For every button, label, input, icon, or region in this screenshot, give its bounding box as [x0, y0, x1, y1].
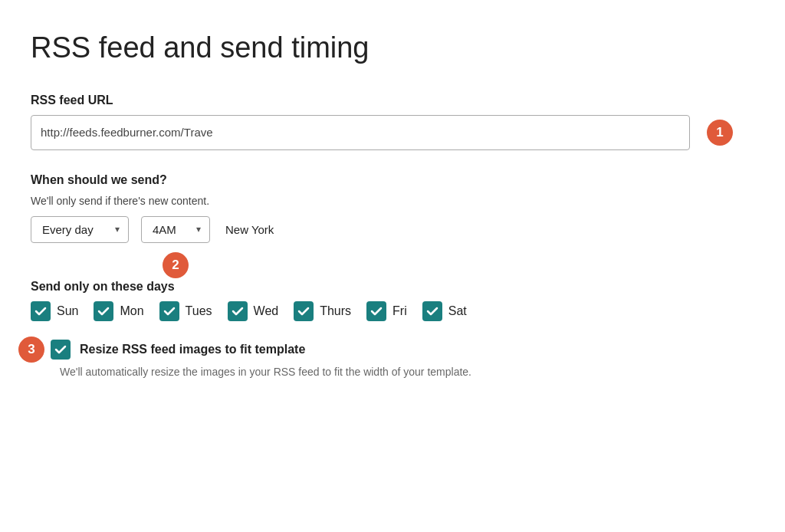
day-label-wed: Wed [254, 304, 279, 318]
rss-feed-label: RSS feed URL [31, 94, 754, 107]
send-timing-sublabel: We'll only send if there's new content. [31, 195, 754, 207]
day-checkbox-thurs[interactable] [294, 301, 314, 321]
frequency-select-wrapper: Every day Every week Weekdays ▾ [31, 216, 129, 243]
day-checkbox-fri[interactable] [366, 301, 386, 321]
day-item-sun: Sun [31, 301, 78, 321]
days-section-label: Send only on these days [31, 280, 754, 294]
frequency-select[interactable]: Every day Every week Weekdays [31, 216, 129, 243]
time-select-container: 1AM 2AM 3AM 4AM 5AM 6AM ▾ 2 [141, 216, 210, 243]
day-checkbox-sat[interactable] [422, 301, 442, 321]
day-label-mon: Mon [120, 304, 143, 318]
badge-3: 3 [18, 337, 44, 363]
day-checkbox-wed[interactable] [228, 301, 248, 321]
day-checkbox-mon[interactable] [94, 301, 113, 321]
day-item-thurs: Thurs [294, 301, 351, 321]
timezone-label: New York [225, 223, 274, 236]
day-item-mon: Mon [94, 301, 143, 321]
day-item-tues: Tues [159, 301, 212, 321]
day-item-wed: Wed [228, 301, 279, 321]
days-section: Send only on these days Sun Mon [31, 280, 754, 321]
days-row: Sun Mon Tues Wed [31, 301, 754, 321]
rss-feed-section: RSS feed URL 1 [31, 94, 754, 150]
day-label-sun: Sun [57, 304, 78, 318]
time-select-wrapper: 1AM 2AM 3AM 4AM 5AM 6AM ▾ [141, 216, 210, 243]
day-label-sat: Sat [448, 304, 467, 318]
day-label-tues: Tues [186, 304, 212, 318]
page-title: RSS feed and send timing [31, 31, 754, 66]
time-select[interactable]: 1AM 2AM 3AM 4AM 5AM 6AM [141, 216, 210, 243]
rss-feed-input[interactable] [31, 115, 690, 150]
send-timing-section: When should we send? We'll only send if … [31, 173, 754, 243]
resize-section: 3 Resize RSS feed images to fit template… [31, 340, 754, 378]
day-checkbox-sun[interactable] [31, 301, 51, 321]
resize-description: We'll automatically resize the images in… [60, 366, 754, 378]
badge-1: 1 [707, 120, 733, 146]
day-checkbox-tues[interactable] [159, 301, 179, 321]
resize-row: 3 Resize RSS feed images to fit template [31, 340, 754, 360]
day-label-fri: Fri [392, 304, 407, 318]
send-timing-label: When should we send? [31, 173, 754, 187]
day-item-fri: Fri [366, 301, 407, 321]
day-label-thurs: Thurs [320, 304, 351, 318]
day-item-sat: Sat [422, 301, 467, 321]
badge-2: 2 [163, 252, 189, 278]
resize-label: Resize RSS feed images to fit template [80, 343, 305, 356]
resize-checkbox[interactable] [51, 340, 71, 360]
